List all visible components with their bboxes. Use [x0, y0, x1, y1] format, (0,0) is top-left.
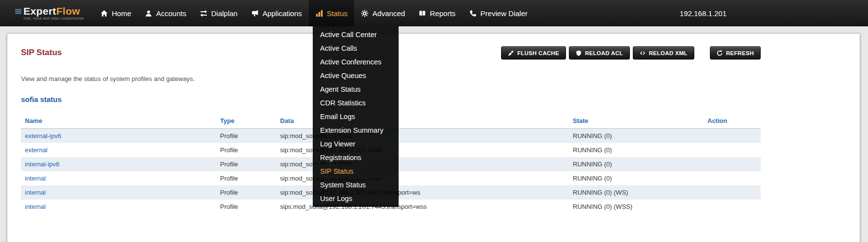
action-cell [704, 171, 761, 185]
menu-item-active-calls[interactable]: Active Calls [313, 41, 399, 55]
type-cell: Profile [216, 171, 276, 185]
action-cell [704, 157, 761, 171]
advanced-gear-icon [361, 10, 368, 17]
state-cell: RUNNING (0) (WSS) [569, 200, 704, 214]
reload-acl-shield-icon [576, 50, 582, 56]
column-header-name: Name [21, 113, 216, 129]
type-cell: Profile [216, 129, 276, 143]
status-dropdown-menu: Active Call Center Active Calls Active C… [313, 26, 399, 207]
nav-item-dialplan[interactable]: Dialplan [193, 0, 244, 26]
column-header-action: Action [704, 113, 761, 129]
menu-item-system-status[interactable]: System Status [313, 178, 399, 192]
refresh-icon [717, 50, 723, 56]
profile-name-link[interactable]: internal [21, 185, 216, 200]
top-navbar: ExpertFlow chat, voice and video contact… [0, 0, 868, 26]
flush-cache-button[interactable]: FLUSH CACHE [501, 46, 566, 60]
accounts-icon [145, 10, 152, 17]
action-cell [704, 185, 761, 200]
logo-bars-icon [15, 8, 22, 15]
page-description: View and manage the status of system pro… [21, 75, 846, 82]
state-cell: RUNNING (0) [569, 171, 704, 185]
nav-item-label: Dialplan [211, 9, 238, 18]
flush-cache-icon [508, 50, 514, 56]
type-cell: Profile [216, 200, 276, 214]
menu-item-agent-status[interactable]: Agent Status [313, 82, 399, 96]
profile-name-link[interactable]: internal-ipv6 [21, 157, 216, 171]
menu-item-cdr-statistics[interactable]: CDR Statistics [313, 96, 399, 110]
nav-item-preview-dialer[interactable]: Preview Dialer [463, 0, 535, 26]
expertflow-logo[interactable]: ExpertFlow chat, voice and video contact… [15, 6, 94, 20]
column-header-type: Type [216, 113, 276, 129]
applications-icon [251, 10, 259, 17]
type-cell: Profile [216, 157, 276, 171]
nav-item-reports[interactable]: Reports [412, 0, 463, 26]
menu-item-registrations[interactable]: Registrations [313, 151, 399, 164]
nav-item-label: Preview Dialer [481, 9, 528, 18]
nav-item-label: Reports [430, 9, 456, 18]
nav-item-label: Applications [262, 9, 302, 18]
refresh-button[interactable]: REFRESH [710, 46, 761, 60]
profile-name-link[interactable]: internal [21, 200, 216, 214]
menu-item-active-call-center[interactable]: Active Call Center [313, 28, 399, 41]
profile-name-link[interactable]: internal [21, 171, 216, 185]
server-ip: 192.168.1.201 [680, 9, 727, 18]
action-cell [704, 129, 761, 143]
section-title-sofia-status: sofia status [21, 95, 846, 103]
nav-item-applications[interactable]: Applications [244, 0, 309, 26]
reload-xml-code-icon [640, 50, 646, 56]
menu-item-sip-status[interactable]: SIP Status [313, 164, 399, 178]
nav-item-label: Home [112, 9, 131, 18]
reload-acl-button[interactable]: RELOAD ACL [569, 46, 630, 60]
logo-text-expert: Expert [23, 5, 56, 17]
action-cell [704, 143, 761, 157]
menu-item-extension-summary[interactable]: Extension Summary [313, 123, 399, 137]
state-cell: RUNNING (0) (WS) [569, 185, 704, 200]
nav-item-status[interactable]: Status [309, 0, 355, 26]
main-menu: Home Accounts Dialplan Applications Stat… [94, 0, 534, 26]
logo-text-flow: Flow [56, 5, 80, 17]
nav-item-label: Advanced [372, 9, 405, 18]
home-icon [101, 10, 108, 17]
button-label: RELOAD ACL [585, 50, 623, 56]
menu-item-email-logs[interactable]: Email Logs [313, 110, 399, 123]
status-icon [316, 10, 323, 17]
content-panel: SIP Status FLUSH CACHE RELOAD ACL RELOAD… [7, 33, 860, 242]
preview-dialer-phone-icon [469, 10, 477, 17]
toolbar: FLUSH CACHE RELOAD ACL RELOAD XML REFRES… [501, 46, 761, 60]
nav-item-accounts[interactable]: Accounts [138, 0, 193, 26]
page-title: SIP Status [21, 48, 62, 58]
nav-item-home[interactable]: Home [94, 0, 138, 26]
profile-name-link[interactable]: external [21, 143, 216, 157]
button-label: RELOAD XML [649, 50, 687, 56]
state-cell: RUNNING (0) [569, 129, 704, 143]
logo-tagline: chat, voice and video contactcenter [15, 16, 94, 20]
button-label: REFRESH [726, 50, 754, 56]
state-cell: RUNNING (0) [569, 143, 704, 157]
nav-item-label: Accounts [156, 9, 186, 18]
nav-item-advanced[interactable]: Advanced [354, 0, 412, 26]
type-cell: Profile [216, 185, 276, 200]
dialplan-icon [200, 10, 207, 17]
nav-item-label: Status [327, 9, 348, 18]
button-label: FLUSH CACHE [517, 50, 559, 56]
menu-item-log-viewer[interactable]: Log Viewer [313, 137, 399, 151]
profile-name-link[interactable]: external-ipv6 [21, 129, 216, 143]
reports-book-icon [419, 10, 426, 17]
reload-xml-button[interactable]: RELOAD XML [633, 46, 694, 60]
action-cell [704, 200, 761, 214]
state-cell: RUNNING (0) [569, 157, 704, 171]
column-header-state: State [569, 113, 704, 129]
menu-item-active-queues[interactable]: Active Queues [313, 69, 399, 82]
menu-item-user-logs[interactable]: User Logs [313, 192, 399, 205]
menu-item-active-conferences[interactable]: Active Conferences [313, 55, 399, 69]
type-cell: Profile [216, 143, 276, 157]
